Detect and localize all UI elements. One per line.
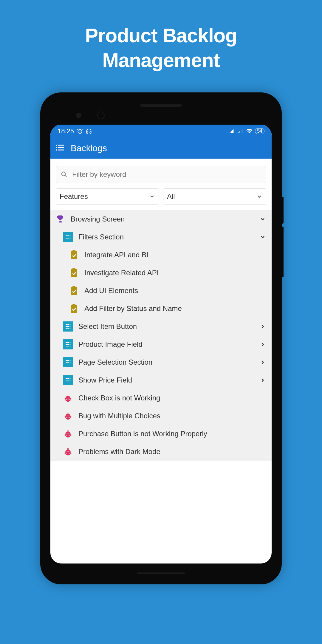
svg-point-22 bbox=[70, 239, 71, 239]
svg-point-35 bbox=[70, 326, 71, 327]
svg-point-76 bbox=[69, 415, 69, 417]
clipboard-check-icon bbox=[69, 268, 79, 278]
svg-point-81 bbox=[67, 431, 68, 432]
svg-point-66 bbox=[69, 399, 69, 400]
tree-item-bug[interactable]: Check Box is not Working bbox=[50, 389, 272, 407]
svg-line-84 bbox=[70, 434, 72, 434]
battery-indicator: 54 bbox=[255, 128, 264, 134]
svg-point-52 bbox=[70, 378, 71, 379]
status-bar: 18:25 bbox=[50, 125, 272, 138]
bug-icon bbox=[63, 393, 73, 403]
svg-rect-14 bbox=[58, 149, 64, 150]
tree-item-bug[interactable]: Problems with Dark Mode bbox=[50, 443, 272, 461]
chevron-down-icon[interactable] bbox=[260, 233, 267, 241]
phone-sensor bbox=[76, 113, 81, 118]
svg-point-89 bbox=[66, 435, 67, 436]
svg-line-71 bbox=[65, 416, 66, 416]
menu-icon[interactable] bbox=[56, 144, 64, 153]
svg-point-56 bbox=[67, 395, 69, 397]
search-input[interactable] bbox=[72, 170, 261, 179]
phone-speaker bbox=[140, 104, 182, 107]
svg-point-70 bbox=[68, 413, 69, 414]
tree-item-bug[interactable]: Purchase Button is not Working Properly bbox=[50, 425, 272, 443]
svg-point-21 bbox=[70, 237, 71, 238]
svg-rect-18 bbox=[66, 237, 69, 237]
wifi-icon bbox=[246, 128, 253, 134]
status-dropdown[interactable]: All bbox=[163, 188, 266, 205]
svg-point-20 bbox=[70, 235, 71, 236]
feature-icon bbox=[63, 339, 73, 349]
search-icon bbox=[61, 171, 67, 178]
clipboard-check-icon bbox=[69, 250, 79, 260]
tree-item-feature[interactable]: Product Image Field bbox=[50, 335, 272, 353]
svg-point-93 bbox=[67, 449, 68, 450]
tree-item-task[interactable]: Add Filter by Status and Name bbox=[50, 300, 272, 318]
svg-point-41 bbox=[70, 344, 71, 345]
feature-icon bbox=[63, 375, 73, 385]
svg-line-85 bbox=[65, 436, 66, 436]
svg-point-101 bbox=[66, 453, 67, 454]
svg-point-11 bbox=[56, 147, 57, 148]
svg-point-87 bbox=[66, 433, 67, 434]
svg-rect-31 bbox=[66, 324, 69, 325]
tree-item-task[interactable]: Add UI Elements bbox=[50, 282, 272, 300]
tree-item-feature[interactable]: Page Selection Section bbox=[50, 353, 272, 371]
tree-label: Bug with Multiple Choices bbox=[78, 412, 267, 420]
tree-label: Page Selection Section bbox=[78, 358, 254, 366]
chevron-right-icon[interactable] bbox=[260, 341, 267, 348]
tree-item-feature[interactable]: Show Price Field bbox=[50, 371, 272, 389]
chevron-right-icon[interactable] bbox=[260, 359, 267, 366]
tree-item-epic[interactable]: Browsing Screen bbox=[50, 210, 272, 228]
search-box[interactable] bbox=[56, 166, 266, 183]
svg-line-59 bbox=[65, 398, 66, 398]
svg-rect-17 bbox=[66, 235, 69, 236]
alarm-icon bbox=[77, 128, 83, 134]
svg-point-68 bbox=[67, 413, 69, 415]
tree-item-task[interactable]: Integrate API and BL bbox=[50, 246, 272, 264]
svg-point-34 bbox=[70, 324, 71, 325]
feature-icon bbox=[63, 357, 73, 367]
tree-label: Purchase Button is not Working Properly bbox=[78, 430, 267, 438]
tree-label: Browsing Screen bbox=[71, 215, 254, 223]
tree-item-task[interactable]: Investigate Related API bbox=[50, 264, 272, 282]
bug-icon bbox=[63, 429, 73, 439]
svg-rect-2 bbox=[231, 131, 232, 133]
svg-line-60 bbox=[70, 398, 72, 398]
svg-rect-4 bbox=[233, 129, 234, 133]
phone-frame: 18:25 bbox=[40, 92, 282, 584]
type-dropdown[interactable]: Features bbox=[56, 188, 159, 205]
signal-icon-2 bbox=[238, 128, 244, 134]
svg-point-64 bbox=[69, 397, 69, 399]
bug-icon bbox=[63, 411, 73, 421]
svg-line-86 bbox=[70, 436, 72, 436]
svg-point-75 bbox=[66, 415, 67, 417]
svg-rect-10 bbox=[58, 145, 64, 145]
tree-item-feature[interactable]: Select Item Button bbox=[50, 318, 272, 335]
svg-line-98 bbox=[70, 453, 72, 454]
svg-rect-3 bbox=[232, 130, 233, 133]
svg-rect-39 bbox=[66, 346, 69, 346]
svg-line-73 bbox=[65, 418, 66, 418]
svg-rect-27 bbox=[71, 287, 77, 295]
svg-point-69 bbox=[67, 413, 68, 414]
chevron-down-icon[interactable] bbox=[260, 216, 267, 223]
tree-item-feature[interactable]: Filters Section bbox=[50, 228, 272, 246]
app-bar: Backlogs bbox=[50, 138, 272, 159]
svg-rect-32 bbox=[66, 326, 69, 327]
svg-point-40 bbox=[70, 342, 71, 343]
svg-point-92 bbox=[67, 448, 69, 451]
svg-point-48 bbox=[70, 364, 71, 365]
tree-item-bug[interactable]: Bug with Multiple Choices bbox=[50, 407, 272, 425]
clipboard-check-icon bbox=[69, 286, 79, 296]
chevron-down-icon bbox=[256, 193, 262, 199]
svg-line-96 bbox=[70, 452, 72, 452]
promo-title: Product Backlog Management bbox=[0, 0, 322, 72]
status-time: 18:25 bbox=[58, 127, 74, 135]
svg-point-15 bbox=[62, 172, 66, 176]
svg-point-82 bbox=[68, 431, 69, 432]
svg-rect-50 bbox=[66, 380, 69, 380]
chevron-right-icon[interactable] bbox=[260, 377, 267, 384]
svg-point-9 bbox=[56, 145, 57, 146]
svg-point-77 bbox=[66, 417, 67, 418]
chevron-right-icon[interactable] bbox=[260, 323, 267, 330]
